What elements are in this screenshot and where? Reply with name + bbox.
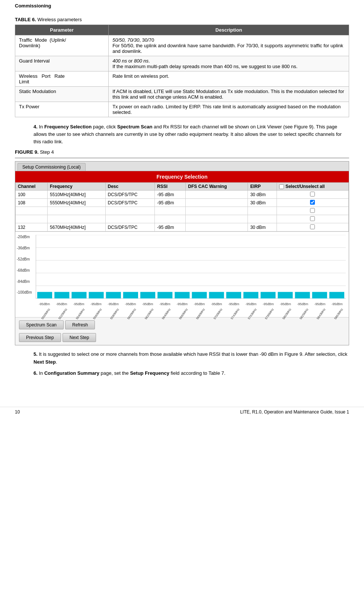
table-row: Tx Power Tx power on each radio. Limited… xyxy=(15,102,349,117)
rssi-v-7: -95dBm xyxy=(142,302,153,306)
chart-svg xyxy=(36,235,346,298)
channel-row-empty-2 xyxy=(16,215,349,223)
svg-rect-11 xyxy=(106,292,121,299)
rssi-v-1: -95dBm xyxy=(39,302,50,306)
th-frequency: Frequency xyxy=(48,183,105,191)
dfs-2 xyxy=(186,199,248,207)
refresh-button[interactable]: Refresh xyxy=(65,320,95,329)
step6-config-summary: Configuration Summary xyxy=(44,370,99,376)
desc-guard-interval: 400 ns or 800 ns. If the maximum multi-p… xyxy=(109,56,349,71)
step4-number: 4. xyxy=(33,124,38,130)
step4-spectrum-scan: Spectrum Scan xyxy=(117,124,153,130)
param-tx-power: Tx Power xyxy=(15,102,109,117)
param-static-mod: Static Modulation xyxy=(15,87,109,102)
rssi-v-10: -95dBm xyxy=(194,302,205,306)
step4-text: 4. In Frequency Selection page, click Sp… xyxy=(33,123,349,146)
rssi-v-13: -95dBm xyxy=(245,302,256,306)
check-5[interactable] xyxy=(277,223,348,231)
eirp-5: 30 dBm xyxy=(248,223,277,231)
channel-132: 132 xyxy=(16,223,48,231)
param-wireless-port-rate: Wireless Port RateLimit xyxy=(15,71,109,87)
rssi-v-6: -95dBm xyxy=(125,302,136,306)
figure-caption: FIGURE 9. Step 4 xyxy=(15,149,349,155)
wireless-params-table: Parameter Description Traffic Mode (Upli… xyxy=(15,25,349,117)
row-empty2-checkbox[interactable] xyxy=(310,216,315,221)
table-caption-text: Wireless parameters xyxy=(36,17,82,22)
table-row: Guard Interval 400 ns or 800 ns. If the … xyxy=(15,56,349,71)
dfs-empty-1 xyxy=(186,207,248,215)
check-empty-2[interactable] xyxy=(277,215,348,223)
svg-rect-7 xyxy=(37,292,52,299)
freq-selection-header: Frequency Selection xyxy=(15,171,349,182)
svg-rect-17 xyxy=(209,292,224,299)
step5-number: 5. xyxy=(33,351,38,357)
param-traffic-mode: Traffic Mode (Uplink/Downlink) xyxy=(15,35,109,56)
rssi-5: -95 dBm xyxy=(155,223,186,231)
svg-rect-23 xyxy=(312,292,327,299)
eirp-1: 30 dBm xyxy=(248,191,277,199)
svg-rect-20 xyxy=(261,292,275,299)
rssi-2: -95 dBm xyxy=(155,199,186,207)
table-caption: TABLE 6. Wireless parameters xyxy=(15,17,349,22)
svg-rect-14 xyxy=(157,292,172,299)
desc-empty-1 xyxy=(105,207,155,215)
eirp-empty-1 xyxy=(248,207,277,215)
step5-text: 5. It is suggested to select one or more… xyxy=(33,351,349,365)
svg-rect-16 xyxy=(192,292,207,299)
freq-empty-1 xyxy=(48,207,105,215)
channel-empty-1 xyxy=(16,207,48,215)
spectrum-scan-button[interactable]: Spectrum Scan xyxy=(19,320,64,329)
row5-checkbox[interactable] xyxy=(310,224,315,229)
y-label-6: -100dBm xyxy=(17,290,32,294)
svg-rect-13 xyxy=(140,292,155,299)
chart-plot-area xyxy=(36,235,346,298)
freq-5510: 5510MHz[40MHz] xyxy=(48,191,105,199)
setup-commissioning-tab[interactable]: Setup Commissioning (Local) xyxy=(17,163,86,171)
select-all-checkbox[interactable] xyxy=(279,184,284,189)
next-step-button[interactable]: Next Step xyxy=(63,333,96,342)
th-select-all[interactable]: Select/Unselect all xyxy=(277,183,348,191)
rssi-empty-2 xyxy=(155,215,186,223)
channel-108: 108 xyxy=(16,199,48,207)
th-desc: Desc xyxy=(105,183,155,191)
page-title: Commissioning xyxy=(15,3,51,9)
desc-dcs-5: DCS/DFS/TPC xyxy=(105,223,155,231)
row2-checkbox[interactable] xyxy=(310,200,315,205)
select-all-label: Select/Unselect all xyxy=(285,184,325,189)
svg-rect-18 xyxy=(226,292,241,299)
figure-divider xyxy=(15,158,349,158)
rssi-v-11: -95dBm xyxy=(211,302,222,306)
figure-caption-bold: FIGURE 9. xyxy=(15,149,39,155)
desc-empty-2 xyxy=(105,215,155,223)
desc-tx-power: Tx power on each radio. Limited by EIRP.… xyxy=(109,102,349,117)
desc-dcs-1: DCS/DFS/TPC xyxy=(105,191,155,199)
commissioning-ui-box: Setup Commissioning (Local) Frequency Se… xyxy=(15,161,349,345)
footer-page-number: 10 xyxy=(15,409,20,415)
figure-caption-text: Step 4 xyxy=(39,149,54,155)
rssi-v-15: -95dBm xyxy=(280,302,291,306)
param-guard-interval: Guard Interval xyxy=(15,56,109,71)
row-empty1-checkbox[interactable] xyxy=(310,208,315,213)
check-empty-1[interactable] xyxy=(277,207,348,215)
step5-next-step: Next Step xyxy=(33,359,56,365)
eirp-2: 30 dBm xyxy=(248,199,277,207)
table-row: Static Modulation If ACM is disabled, LI… xyxy=(15,87,349,102)
svg-rect-19 xyxy=(243,292,258,299)
check-2[interactable] xyxy=(277,199,348,207)
row1-checkbox[interactable] xyxy=(310,192,315,197)
rssi-empty-1 xyxy=(155,207,186,215)
col-header-description: Description xyxy=(109,25,349,35)
desc-static-mod: If ACM is disabled, LITE will use Static… xyxy=(109,87,349,102)
check-1[interactable] xyxy=(277,191,348,199)
eirp-empty-2 xyxy=(248,215,277,223)
svg-rect-12 xyxy=(123,292,138,299)
dfs-5 xyxy=(186,223,248,231)
rssi-v-17: -95dBm xyxy=(314,302,326,306)
step6-setup-freq: Setup Frequency xyxy=(130,370,169,376)
channel-row-108: 108 5550MHz[40MHz] DCS/DFS/TPC -95 dBm 3… xyxy=(16,199,349,207)
rssi-v-8: -95dBm xyxy=(159,302,170,306)
y-label-5: -84dBm xyxy=(17,279,32,284)
previous-step-button[interactable]: Previous Step xyxy=(19,333,61,342)
channel-row-empty-1 xyxy=(16,207,349,215)
rssi-v-9: -95dBm xyxy=(176,302,188,306)
